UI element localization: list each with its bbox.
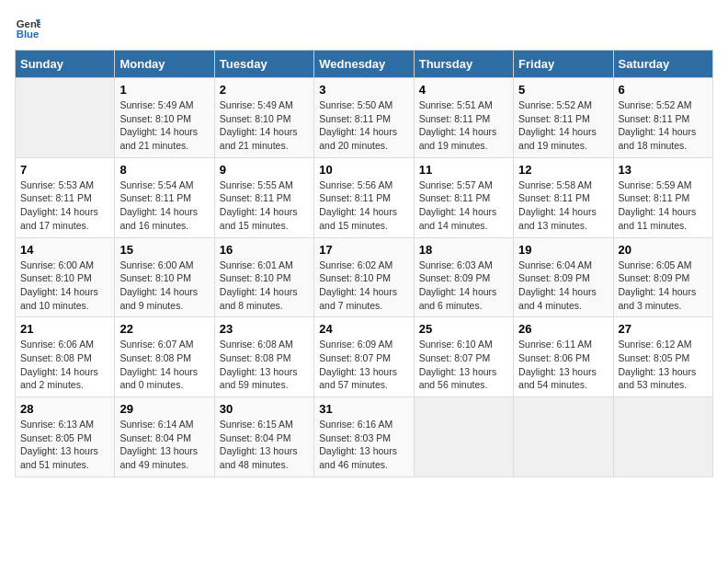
day-info: Sunrise: 6:11 AM Sunset: 8:06 PM Dayligh… bbox=[518, 338, 608, 392]
day-of-week-sunday: Sunday bbox=[16, 51, 115, 78]
day-number: 14 bbox=[20, 243, 109, 257]
day-info: Sunrise: 6:04 AM Sunset: 8:09 PM Dayligh… bbox=[518, 259, 608, 313]
day-number: 28 bbox=[20, 402, 109, 416]
svg-text:Blue: Blue bbox=[17, 29, 40, 40]
calendar-cell: 25Sunrise: 6:10 AM Sunset: 8:07 PM Dayli… bbox=[414, 317, 513, 397]
day-of-week-wednesday: Wednesday bbox=[314, 51, 414, 78]
calendar-cell: 5Sunrise: 5:52 AM Sunset: 8:11 PM Daylig… bbox=[514, 78, 613, 158]
calendar-cell: 19Sunrise: 6:04 AM Sunset: 8:09 PM Dayli… bbox=[514, 237, 613, 317]
day-number: 17 bbox=[319, 243, 408, 257]
day-number: 31 bbox=[319, 402, 408, 416]
calendar-cell bbox=[414, 397, 513, 477]
calendar-cell: 8Sunrise: 5:54 AM Sunset: 8:11 PM Daylig… bbox=[115, 157, 214, 237]
day-info: Sunrise: 5:53 AM Sunset: 8:11 PM Dayligh… bbox=[20, 178, 109, 233]
calendar-cell: 29Sunrise: 6:14 AM Sunset: 8:04 PM Dayli… bbox=[115, 397, 214, 477]
calendar-cell: 1Sunrise: 5:49 AM Sunset: 8:10 PM Daylig… bbox=[115, 78, 214, 158]
calendar-week-3: 14Sunrise: 6:00 AM Sunset: 8:10 PM Dayli… bbox=[16, 237, 713, 317]
calendar-cell: 18Sunrise: 6:03 AM Sunset: 8:09 PM Dayli… bbox=[414, 237, 513, 317]
calendar-cell: 27Sunrise: 6:12 AM Sunset: 8:05 PM Dayli… bbox=[613, 317, 712, 397]
day-info: Sunrise: 6:02 AM Sunset: 8:10 PM Dayligh… bbox=[319, 259, 408, 313]
day-number: 3 bbox=[319, 83, 408, 97]
calendar-cell: 12Sunrise: 5:58 AM Sunset: 8:11 PM Dayli… bbox=[514, 157, 613, 237]
day-info: Sunrise: 5:58 AM Sunset: 8:11 PM Dayligh… bbox=[518, 178, 608, 233]
day-number: 6 bbox=[619, 83, 708, 97]
day-info: Sunrise: 6:10 AM Sunset: 8:07 PM Dayligh… bbox=[419, 338, 508, 392]
day-number: 30 bbox=[220, 402, 309, 416]
day-number: 29 bbox=[119, 402, 209, 416]
day-info: Sunrise: 5:51 AM Sunset: 8:11 PM Dayligh… bbox=[419, 98, 508, 153]
calendar-cell: 10Sunrise: 5:56 AM Sunset: 8:11 PM Dayli… bbox=[314, 157, 414, 237]
calendar-week-1: 1Sunrise: 5:49 AM Sunset: 8:10 PM Daylig… bbox=[16, 78, 713, 158]
day-info: Sunrise: 5:50 AM Sunset: 8:11 PM Dayligh… bbox=[319, 98, 408, 153]
calendar-cell: 26Sunrise: 6:11 AM Sunset: 8:06 PM Dayli… bbox=[514, 317, 613, 397]
day-info: Sunrise: 5:54 AM Sunset: 8:11 PM Dayligh… bbox=[119, 178, 209, 233]
day-info: Sunrise: 5:57 AM Sunset: 8:11 PM Dayligh… bbox=[419, 178, 508, 233]
day-info: Sunrise: 6:03 AM Sunset: 8:09 PM Dayligh… bbox=[419, 259, 508, 313]
day-info: Sunrise: 6:12 AM Sunset: 8:05 PM Dayligh… bbox=[619, 338, 708, 392]
calendar-cell bbox=[514, 397, 613, 477]
calendar-cell bbox=[16, 78, 115, 158]
day-info: Sunrise: 6:13 AM Sunset: 8:05 PM Dayligh… bbox=[20, 418, 109, 472]
calendar-cell bbox=[613, 397, 712, 477]
calendar-cell: 16Sunrise: 6:01 AM Sunset: 8:10 PM Dayli… bbox=[214, 237, 313, 317]
calendar-cell: 30Sunrise: 6:15 AM Sunset: 8:04 PM Dayli… bbox=[214, 397, 313, 477]
day-info: Sunrise: 5:52 AM Sunset: 8:11 PM Dayligh… bbox=[518, 98, 608, 153]
day-info: Sunrise: 6:06 AM Sunset: 8:08 PM Dayligh… bbox=[20, 338, 109, 392]
day-info: Sunrise: 5:49 AM Sunset: 8:10 PM Dayligh… bbox=[220, 98, 309, 153]
calendar-cell: 17Sunrise: 6:02 AM Sunset: 8:10 PM Dayli… bbox=[314, 237, 414, 317]
day-info: Sunrise: 5:55 AM Sunset: 8:11 PM Dayligh… bbox=[220, 178, 309, 233]
day-number: 4 bbox=[419, 83, 508, 97]
calendar-cell: 28Sunrise: 6:13 AM Sunset: 8:05 PM Dayli… bbox=[16, 397, 115, 477]
calendar-cell: 22Sunrise: 6:07 AM Sunset: 8:08 PM Dayli… bbox=[115, 317, 214, 397]
day-info: Sunrise: 5:56 AM Sunset: 8:11 PM Dayligh… bbox=[319, 178, 408, 233]
day-number: 22 bbox=[119, 322, 209, 336]
page-header: General Blue bbox=[15, 15, 713, 40]
day-number: 7 bbox=[20, 163, 109, 177]
calendar-cell: 3Sunrise: 5:50 AM Sunset: 8:11 PM Daylig… bbox=[314, 78, 414, 158]
day-info: Sunrise: 6:14 AM Sunset: 8:04 PM Dayligh… bbox=[119, 418, 209, 472]
day-number: 2 bbox=[220, 83, 309, 97]
day-number: 9 bbox=[220, 163, 309, 177]
day-number: 13 bbox=[619, 163, 708, 177]
day-number: 27 bbox=[619, 322, 708, 336]
day-number: 24 bbox=[319, 322, 408, 336]
day-of-week-monday: Monday bbox=[115, 51, 214, 78]
day-info: Sunrise: 5:52 AM Sunset: 8:11 PM Dayligh… bbox=[619, 98, 708, 153]
calendar-week-5: 28Sunrise: 6:13 AM Sunset: 8:05 PM Dayli… bbox=[16, 397, 713, 477]
day-info: Sunrise: 6:00 AM Sunset: 8:10 PM Dayligh… bbox=[119, 259, 209, 313]
logo-icon: General Blue bbox=[15, 15, 40, 40]
day-number: 11 bbox=[419, 163, 508, 177]
day-info: Sunrise: 6:07 AM Sunset: 8:08 PM Dayligh… bbox=[119, 338, 209, 392]
day-info: Sunrise: 6:00 AM Sunset: 8:10 PM Dayligh… bbox=[20, 259, 109, 313]
day-number: 26 bbox=[518, 322, 608, 336]
day-number: 1 bbox=[119, 83, 209, 97]
day-number: 18 bbox=[419, 243, 508, 257]
day-number: 10 bbox=[319, 163, 408, 177]
calendar-cell: 2Sunrise: 5:49 AM Sunset: 8:10 PM Daylig… bbox=[214, 78, 313, 158]
day-number: 20 bbox=[619, 243, 708, 257]
calendar-table: SundayMondayTuesdayWednesdayThursdayFrid… bbox=[15, 50, 713, 477]
day-info: Sunrise: 6:01 AM Sunset: 8:10 PM Dayligh… bbox=[220, 259, 309, 313]
day-number: 8 bbox=[119, 163, 209, 177]
calendar-header-row: SundayMondayTuesdayWednesdayThursdayFrid… bbox=[16, 51, 713, 78]
day-number: 23 bbox=[220, 322, 309, 336]
calendar-cell: 14Sunrise: 6:00 AM Sunset: 8:10 PM Dayli… bbox=[16, 237, 115, 317]
day-number: 12 bbox=[518, 163, 608, 177]
day-info: Sunrise: 6:15 AM Sunset: 8:04 PM Dayligh… bbox=[220, 418, 309, 472]
day-info: Sunrise: 6:08 AM Sunset: 8:08 PM Dayligh… bbox=[220, 338, 309, 392]
calendar-cell: 4Sunrise: 5:51 AM Sunset: 8:11 PM Daylig… bbox=[414, 78, 513, 158]
calendar-week-4: 21Sunrise: 6:06 AM Sunset: 8:08 PM Dayli… bbox=[16, 317, 713, 397]
calendar-week-2: 7Sunrise: 5:53 AM Sunset: 8:11 PM Daylig… bbox=[16, 157, 713, 237]
calendar-cell: 11Sunrise: 5:57 AM Sunset: 8:11 PM Dayli… bbox=[414, 157, 513, 237]
calendar-cell: 7Sunrise: 5:53 AM Sunset: 8:11 PM Daylig… bbox=[16, 157, 115, 237]
day-of-week-saturday: Saturday bbox=[613, 51, 712, 78]
day-number: 19 bbox=[518, 243, 608, 257]
day-of-week-friday: Friday bbox=[514, 51, 613, 78]
day-info: Sunrise: 5:49 AM Sunset: 8:10 PM Dayligh… bbox=[119, 98, 209, 153]
day-info: Sunrise: 5:59 AM Sunset: 8:11 PM Dayligh… bbox=[619, 178, 708, 233]
calendar-cell: 23Sunrise: 6:08 AM Sunset: 8:08 PM Dayli… bbox=[214, 317, 313, 397]
day-number: 5 bbox=[518, 83, 608, 97]
day-info: Sunrise: 6:05 AM Sunset: 8:09 PM Dayligh… bbox=[619, 259, 708, 313]
calendar-cell: 21Sunrise: 6:06 AM Sunset: 8:08 PM Dayli… bbox=[16, 317, 115, 397]
logo: General Blue bbox=[15, 15, 44, 40]
